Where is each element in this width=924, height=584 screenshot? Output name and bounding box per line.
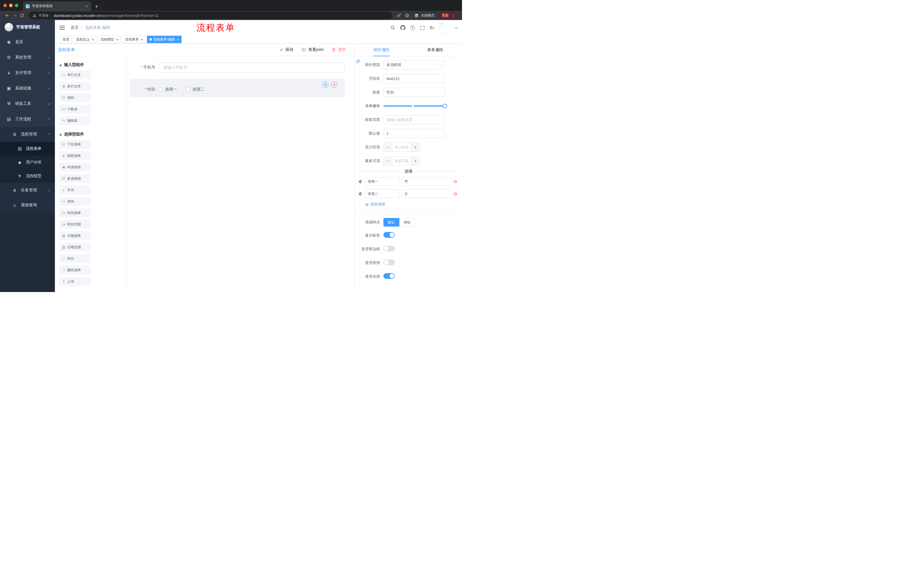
selected-widget-gender[interactable]: 性别 选项一 选项二 [130, 79, 345, 97]
increase-button[interactable]: + [411, 156, 420, 165]
option-text-input[interactable] [365, 189, 400, 198]
remove-option-icon[interactable]: ⊖ [454, 179, 457, 184]
avatar-dropdown-caret-icon[interactable] [455, 25, 458, 29]
tag-process-form[interactable]: 流程表单 × [122, 36, 145, 43]
address-bar[interactable]: 不安全 dashboard.yudao.iocoder.cn/bpm/manag… [29, 12, 392, 19]
sidebar-item-devtools[interactable]: ⚒ 研发工具 [0, 96, 55, 112]
phone-input[interactable] [159, 62, 345, 72]
palette-item[interactable]: ◶时间范围 [59, 220, 91, 229]
tab-close-icon[interactable]: × [86, 4, 88, 8]
fullscreen-icon[interactable] [420, 25, 425, 30]
tag-close-icon[interactable]: × [116, 38, 119, 41]
palette-item[interactable]: ✎编辑器 [59, 116, 91, 125]
back-button[interactable] [3, 12, 11, 19]
delete-widget-button[interactable] [331, 81, 337, 88]
palette-item[interactable]: ☑多选框组 [59, 174, 91, 183]
palette-item[interactable]: ◑颜色选择 [59, 266, 91, 274]
gender-option-1-checkbox[interactable]: 选项一 [159, 87, 177, 92]
forward-button[interactable] [11, 12, 18, 19]
show-label-toggle[interactable] [383, 232, 395, 238]
palette-item[interactable]: ⇧上传 [59, 277, 91, 286]
default-value-input[interactable] [383, 129, 445, 138]
min-select-input[interactable] [392, 143, 411, 151]
add-option-button[interactable]: ⊕ 添加选项 [365, 202, 462, 207]
option-value-input[interactable] [402, 189, 451, 198]
sidebar-item-workflow[interactable]: ▤ 工作流程 [0, 112, 55, 127]
disabled-toggle[interactable] [383, 260, 395, 265]
decrease-button[interactable]: − [384, 156, 392, 165]
sidebar-item-leave-query[interactable]: ☺ 请假查询 [0, 198, 55, 212]
palette-item[interactable]: ◉单选框组 [59, 163, 91, 171]
field-name-input[interactable] [383, 74, 445, 83]
view-json-button[interactable]: 查看json [301, 47, 323, 52]
sidebar-item-home[interactable]: ◉ 首页 [0, 34, 55, 50]
tag-process-model[interactable]: 流程模型 × [98, 36, 121, 43]
browser-menu-icon[interactable]: ⋮ [451, 13, 455, 18]
sidebar-item-process-model[interactable]: ✈ 流程模型 [0, 169, 55, 183]
slider-track[interactable] [383, 105, 445, 107]
search-icon[interactable] [390, 25, 395, 30]
palette-item[interactable]: ◐开关 [59, 186, 91, 194]
browser-tab[interactable]: 芋道管理系统 × [23, 2, 91, 11]
palette-item[interactable]: ≣多行文本 [59, 82, 91, 90]
remove-option-icon[interactable]: ⊖ [454, 191, 457, 196]
required-toggle[interactable] [383, 273, 395, 279]
password-key-icon[interactable] [397, 13, 401, 18]
copy-widget-button[interactable] [322, 81, 328, 88]
sidebar-item-process-management[interactable]: ≣ 流程管理 [0, 127, 55, 142]
component-type-select[interactable]: 多选框组 [383, 60, 445, 69]
tag-close-icon[interactable]: × [141, 38, 143, 41]
security-label[interactable]: 不安全 [39, 13, 49, 18]
sidebar-item-process-form[interactable]: ▤ 流程表单 [0, 142, 55, 155]
style-button-button[interactable]: 按钮 [399, 218, 415, 227]
option-text-input[interactable] [365, 177, 400, 186]
style-default-button[interactable]: 默认 [383, 218, 399, 227]
option-value-input[interactable] [402, 177, 451, 186]
sidebar-collapse-icon[interactable] [59, 26, 65, 30]
tag-close-icon[interactable]: × [92, 38, 94, 41]
window-zoom-button[interactable] [15, 4, 18, 7]
sidebar-item-infrastructure[interactable]: ▣ 基础设施 [0, 81, 55, 96]
font-size-icon[interactable]: TT [430, 26, 434, 30]
palette-item[interactable]: ▤日期选择 [59, 232, 91, 240]
palette-item[interactable]: ▭单行文本 [59, 71, 91, 79]
palette-item[interactable]: ◷时间选择 [59, 209, 91, 217]
window-minimize-button[interactable] [9, 4, 13, 7]
window-close-button[interactable] [3, 4, 7, 7]
palette-item[interactable]: 123计数器 [59, 105, 91, 114]
tag-process-definition[interactable]: 流程定义 × [73, 36, 97, 43]
avatar[interactable] [439, 22, 450, 33]
reload-button[interactable] [18, 12, 26, 19]
tag-close-icon[interactable]: × [177, 38, 179, 41]
palette-item[interactable]: ▥日期范围 [59, 243, 91, 252]
bookmark-star-icon[interactable] [405, 13, 409, 18]
sidebar-item-user-group[interactable]: ☻ 用户分组 [0, 155, 55, 169]
drag-handle-icon[interactable] [358, 179, 363, 184]
github-icon[interactable] [400, 25, 405, 30]
max-select-input[interactable] [392, 156, 411, 165]
sidebar-item-payment[interactable]: ¥ 支付管理 [0, 65, 55, 81]
new-tab-button[interactable]: + [95, 4, 98, 10]
form-grid-slider[interactable] [383, 102, 445, 110]
breadcrumb-home[interactable]: 首页 [71, 25, 79, 30]
clear-button[interactable]: 清空 [332, 47, 346, 52]
palette-item[interactable]: ⊙下拉选择 [59, 140, 91, 148]
slider-handle[interactable] [442, 104, 447, 108]
palette-item[interactable]: ⊸滑块 [59, 197, 91, 206]
label-width-input[interactable] [383, 115, 445, 124]
link-field-icon[interactable] [356, 59, 361, 64]
increase-button[interactable]: + [411, 143, 420, 151]
sidebar-item-system[interactable]: ⚙ 系统管理 [0, 50, 55, 65]
border-toggle[interactable] [383, 246, 395, 252]
phone-field-row[interactable]: 手机号 [130, 62, 345, 72]
tab-form-props[interactable]: 表单属性 [409, 44, 462, 56]
palette-item[interactable]: ☆评分 [59, 254, 91, 263]
palette-item[interactable]: ⊡密码 [59, 94, 91, 102]
browser-update-button[interactable]: 更新 ⋮ [439, 12, 459, 19]
palette-item[interactable]: ⋔级联选择 [59, 151, 91, 160]
sidebar-logo[interactable]: 芋道管理系统 [0, 20, 55, 34]
help-icon[interactable]: ? [410, 25, 415, 30]
drag-handle-icon[interactable] [358, 192, 363, 196]
gender-option-2-checkbox[interactable]: 选项二 [186, 87, 205, 92]
tag-home[interactable]: 首页 [60, 36, 72, 43]
